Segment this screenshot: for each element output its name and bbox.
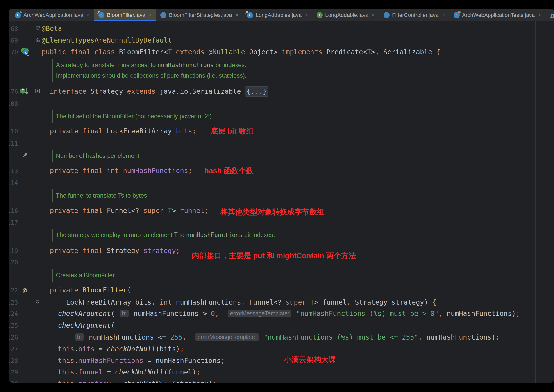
code-line[interactable]: checkArgument( b: numHashFunctions > 0, …: [42, 309, 520, 319]
tab-BloomFilterStrategies-java[interactable]: EBloomFilterStrategies.java✕: [156, 9, 243, 21]
line-number[interactable]: 113: [8, 167, 18, 174]
close-icon[interactable]: ✕: [538, 12, 542, 18]
fold-marker[interactable]: [35, 25, 41, 32]
annotation-gutter-icon[interactable]: @: [23, 287, 27, 294]
line-number[interactable]: 76: [8, 88, 18, 95]
tab-LongAddables-java[interactable]: CLongAddables.java✕: [243, 9, 312, 21]
line-number[interactable]: 114: [8, 179, 18, 186]
close-icon[interactable]: ✕: [148, 12, 152, 18]
line-number[interactable]: 111: [8, 140, 18, 147]
interface-impl-icon[interactable]: I: [20, 87, 30, 95]
code-line[interactable]: @Beta: [42, 24, 62, 34]
line-number[interactable]: 108: [8, 100, 18, 107]
code-line[interactable]: checkArgument(: [42, 320, 115, 330]
tab-ArchWebApplication-java[interactable]: CArchWebApplication.java✕: [11, 9, 94, 21]
code-token-call: checkArgument: [58, 321, 111, 329]
code-line[interactable]: private final int numHashFunctions;: [42, 166, 192, 176]
tab-FilterController-java[interactable]: CFilterController.java✕: [380, 9, 450, 21]
fold-end-icon[interactable]: [35, 25, 41, 31]
tab-pom-xml[interactable]: mpom.xml: [546, 9, 554, 21]
code-line[interactable]: this.funnel = checkNotNull(funnel);: [42, 367, 200, 377]
tab-bar[interactable]: CArchWebApplication.java✕CBloomFilter.ja…: [8, 9, 554, 21]
code-token-def: <: [164, 48, 168, 56]
editor-area[interactable]: 68@Beta69@ElementTypesAreNonnullByDefaul…: [8, 21, 554, 383]
close-icon[interactable]: ✕: [305, 12, 309, 18]
code-line[interactable]: private BloomFilter(: [42, 285, 131, 295]
line-number[interactable]: 124: [8, 310, 18, 317]
code-token-sep: ;: [495, 333, 499, 341]
code-token-def: [292, 309, 296, 317]
gutter-separator: [38, 21, 38, 383]
fold-marker[interactable]: [35, 88, 41, 95]
code-token-com: bit indexes.: [214, 62, 246, 69]
code-token-sep: ;: [213, 380, 217, 383]
line-number[interactable]: 126: [8, 334, 18, 341]
close-icon[interactable]: ✕: [441, 12, 445, 18]
doc-comment-line[interactable]: Creates a BloomFilter.: [56, 272, 116, 279]
line-number[interactable]: 120: [8, 259, 18, 266]
code-token-kw: this: [58, 357, 74, 364]
gutter-icon-slot[interactable]: @: [19, 287, 30, 294]
gutter-icon-slot[interactable]: [19, 152, 30, 160]
line-number[interactable]: 125: [8, 322, 18, 329]
code-line[interactable]: private final Strategy strategy;: [42, 246, 180, 256]
screenshot-stage: CArchWebApplication.java✕CBloomFilter.ja…: [0, 0, 554, 392]
doc-comment-line[interactable]: Implementations should be collections of…: [56, 72, 246, 79]
code-token-def: [219, 309, 227, 317]
fold-marker[interactable]: [35, 299, 41, 305]
line-number[interactable]: 119: [8, 247, 18, 254]
code-line[interactable]: private final LockFreeBitArray bits;: [42, 126, 196, 136]
tab-LongAddable-java[interactable]: ILongAddable.java✕: [312, 9, 380, 21]
doc-comment-line[interactable]: The funnel to translate Ts to bytes: [56, 192, 147, 199]
code-token-sep: ,: [241, 298, 245, 306]
doc-comment-line[interactable]: The bit set of the BloomFilter (not nece…: [56, 113, 212, 120]
code-token-def: <?: [274, 298, 286, 306]
line-number[interactable]: 122: [8, 287, 18, 294]
line-number[interactable]: 69: [8, 37, 18, 44]
code-token-kw: extends: [176, 48, 204, 56]
code-token-kw: private final int: [50, 167, 123, 175]
line-number[interactable]: 129: [8, 369, 18, 376]
line-number[interactable]: 116: [8, 207, 18, 214]
code-line[interactable]: interface Strategy extends java.io.Seria…: [42, 86, 269, 97]
spring-class-icon[interactable]: c: [19, 46, 30, 57]
fold-collapsed-icon[interactable]: [35, 88, 41, 94]
code-token-def: Funnel: [107, 207, 131, 215]
close-icon[interactable]: ✕: [371, 12, 375, 18]
code-line[interactable]: @ElementTypesAreNonnullByDefault: [42, 35, 172, 45]
code-line[interactable]: private final Funnel<? super T> funnel;: [42, 206, 208, 216]
code-line[interactable]: b: numHashFunctions <= 255, errorMessage…: [42, 332, 499, 342]
line-number[interactable]: 127: [8, 346, 18, 353]
code-token-def: =: [103, 368, 115, 376]
line-number[interactable]: 117: [8, 219, 18, 226]
code-token-fld: funnel: [180, 207, 204, 215]
code-line[interactable]: this.bits = checkNotNull(bits);: [42, 344, 184, 354]
close-icon[interactable]: ✕: [235, 12, 239, 18]
code-line[interactable]: this.strategy = checkNotNull(strategy);: [42, 379, 217, 383]
gutter-icon-slot[interactable]: I: [19, 87, 30, 96]
pencil-icon[interactable]: [21, 152, 28, 159]
code-line[interactable]: public final class BloomFilter<T extends…: [42, 47, 440, 57]
code-line[interactable]: this.numHashFunctions = numHashFunctions…: [42, 356, 225, 366]
fold-start-icon[interactable]: [35, 37, 41, 43]
fold-marker[interactable]: [35, 37, 41, 44]
line-number[interactable]: 130: [8, 380, 18, 383]
code-token-def: Serializable {: [379, 48, 440, 56]
line-number[interactable]: 123: [8, 299, 18, 306]
doc-comment-line[interactable]: The strategy we employ to map an element…: [56, 231, 275, 238]
tab-BloomFilter-java[interactable]: CBloomFilter.java✕: [94, 9, 156, 21]
doc-comment-line[interactable]: A strategy to translate T instances, to …: [56, 62, 246, 69]
tab-ArchWebApplicationTests-java[interactable]: CArchWebApplicationTests.java✕: [450, 9, 546, 21]
line-number[interactable]: 128: [8, 357, 18, 364]
line-number[interactable]: 68: [8, 25, 18, 32]
code-line[interactable]: LockFreeBitArray bits, int numHashFuncti…: [42, 297, 436, 307]
gutter-icon-slot[interactable]: c: [19, 46, 30, 58]
fold-end-icon[interactable]: [35, 299, 40, 304]
code-token-kw: super: [144, 207, 164, 215]
line-number[interactable]: 110: [8, 128, 18, 135]
close-icon[interactable]: ✕: [86, 12, 90, 18]
line-number[interactable]: 70: [8, 49, 18, 56]
code-token-def: [204, 48, 208, 56]
doc-comment-line[interactable]: Number of hashes per element: [56, 153, 139, 160]
tab-label: BloomFilter.java: [107, 12, 145, 18]
